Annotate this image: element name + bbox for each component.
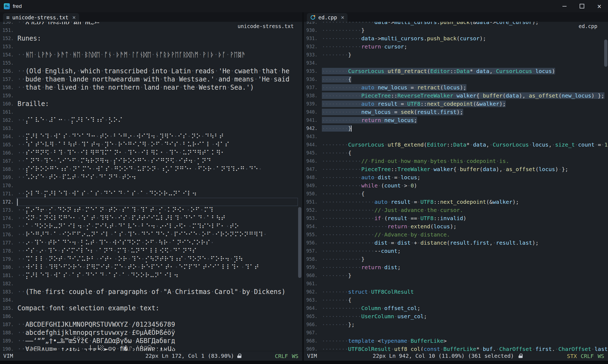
code-line[interactable]: 154.··ᚻᛖ·ᚳᚹᚫᚦ·ᚦᚫᛏ·ᚻᛖ·ᛒᚢᛞᛖ·ᚩᚾ·ᚦᚫᛗ·ᛚᚪᚾᛞᛖ·ᚾ… xyxy=(0,51,302,59)
code-line[interactable]: 952.················//·Just·advance·the·… xyxy=(304,206,608,214)
code-line[interactable]: 939.············auto·result·=·UTF8::next… xyxy=(304,100,608,108)
line-content[interactable]: ··–—‘“”„†•…‰™œŠŸž€·ΑΒΓΔΩαβγδω·АБВГДабвгд xyxy=(17,337,175,345)
code-line[interactable]: 949.············while·(count·>·0) xyxy=(304,181,608,190)
code-line[interactable]: 969.········UTF8ColResult·utf8_col(const… xyxy=(304,345,608,351)
code-line[interactable]: 188.··abcdefghijklmnopqrstuvwxyz·£©µÀÆÖÞ… xyxy=(0,329,302,337)
code-line[interactable]: 943. xyxy=(304,132,608,141)
scrollbar-thumb[interactable] xyxy=(298,207,301,278)
code-line[interactable]: 185.Compact·font·selection·example·text: xyxy=(0,304,302,312)
code-line[interactable]: 956.················dist·=·dist·+·distan… xyxy=(304,239,608,247)
code-line[interactable]: 940.············new_locus·=·seek(result.… xyxy=(304,108,608,116)
code-line[interactable]: 162.··⡌⠁⠧⠑·⠼⠁⠒··⡍⠜⠇⠑⠹⠰⠎·⡣⠕⠌ xyxy=(0,116,302,124)
line-content[interactable]: ············UserColumn·user_col; xyxy=(322,312,427,320)
code-line[interactable]: 153. xyxy=(0,43,302,51)
code-line[interactable]: 948.············auto·dist·=·locus; xyxy=(304,173,608,181)
tab-unicode-stress[interactable]: ≡ unicode-stress.txt × xyxy=(3,13,79,22)
line-content[interactable]: ··⠗⠑⠛⠜⠙·⠁·⠊⠕⠋⠋⠔⠤⠝⠁⠊⠇·⠁⠎·⠹⠑·⠙⠑⠁⠙⠑⠌·⠏⠊⠑⠊⠑·… xyxy=(17,230,267,239)
line-content[interactable]: ··ᚻᛖ·ᚳᚹᚫᚦ·ᚦᚫᛏ·ᚻᛖ·ᛒᚢᛞᛖ·ᚩᚾ·ᚦᚫᛗ·ᛚᚪᚾᛞᛖ·ᚾᚩᚱᚦᚹ… xyxy=(17,51,245,59)
code-line[interactable]: 966.········}; xyxy=(304,320,608,329)
code-line[interactable]: 177.··⠔·⠹⠑·⠞⠗⠁⠙⠑⠲·⡃⠥⠞·⠹⠑·⠺⠊⠎⠙⠕⠍·⠕⠋·⠳⠗·⠁⠝… xyxy=(0,239,302,247)
mode-indicator[interactable]: VIM xyxy=(3,351,13,361)
line-content[interactable]: ··ABCDEFGHIJKLMNOPQRSTUVWXYZ·/0123456789 xyxy=(17,320,175,329)
line-content[interactable]: ············{ xyxy=(322,190,365,198)
line-content[interactable]: ············//·Find·out·how·many·bytes·t… xyxy=(322,157,509,165)
code-line[interactable]: 170. xyxy=(0,181,302,190)
line-content[interactable]: Runes: xyxy=(17,34,41,43)
line-content[interactable]: ··(Old·English,·which·transcribed·into·L… xyxy=(17,67,289,75)
line-content[interactable]: ··⠔·⠹⠑·⠞⠗⠁⠙⠑⠲·⡃⠥⠞·⠹⠑·⠺⠊⠎⠙⠕⠍·⠕⠋·⠳⠗·⠁⠝⠊⠑⠌⠕… xyxy=(17,239,214,247)
line-content[interactable]: ················dist·=·dist·+·distance(r… xyxy=(322,239,539,247)
code-line[interactable]: 953.················if·(result·==·UTF8::… xyxy=(304,214,608,222)
code-line[interactable]: 933.········} xyxy=(304,51,608,59)
code-line[interactable]: 959.············return·dist; xyxy=(304,263,608,271)
code-line[interactable]: 166.··⠎⠊⠛⠝⠫·⠃⠹·⠹⠑·⠊⠇⠻⠛⠹⠍⠁⠝⠂·⠹⠑·⠊⠇⠻⠅⠂·⠹⠑·… xyxy=(0,149,302,157)
line-content[interactable]: ········{ xyxy=(322,149,351,157)
code-line[interactable]: 178.··⠊⠎·⠔·⠹⠑·⠎⠊⠍⠊⠇⠑⠆·⠁⠝⠙·⠍⠹·⠥⠝⠙⠁⠇⠇⠪⠫·⠙⠁… xyxy=(0,247,302,255)
code-line[interactable]: 947.············PieceTree::TreeWalker·wa… xyxy=(304,165,608,173)
code-line[interactable]: 187.··ABCDEFGHIJKLMNOPQRSTUVWXYZ·/012345… xyxy=(0,320,302,329)
tab-close-icon[interactable]: × xyxy=(341,15,345,20)
code-line[interactable]: 173.··⡍⠔⠙⠖·⡊·⠙⠕⠝⠰⠞·⠍⠑⠁⠝·⠞⠕·⠎⠁⠹·⠹⠁⠞·⡊·⠅⠝⠪… xyxy=(0,206,302,214)
code-line[interactable]: 955.················//·Advance·by·distan… xyxy=(304,230,608,239)
line-content[interactable]: ··⠁⠝⠙·⠹⠑·⠡⠊⠑⠋·⠍⠳⠗⠝⠻⠲·⡎⠊⠗⠕⠕⠛⠑·⠎⠊⠛⠝⠫·⠊⠞⠲·⡁… xyxy=(17,157,211,165)
line-content[interactable]: ············} xyxy=(322,255,365,263)
line-content[interactable]: ················//·Advance·by·distance. xyxy=(322,230,450,239)
code-line[interactable]: 160.Braille: xyxy=(0,100,302,108)
line-content[interactable]: ··⡌⠁⠧⠑·⠼⠁⠒··⡍⠜⠇⠑⠹⠰⠎·⡣⠕⠌ xyxy=(17,116,123,124)
line-content[interactable]: ················if·(result·==·UTF8::inva… xyxy=(322,214,466,222)
line-content[interactable]: ········{ xyxy=(322,296,351,304)
code-line[interactable]: 968.········template·<typename·BufferLik… xyxy=(304,337,608,345)
code-line[interactable]: 945.········{ xyxy=(304,149,608,157)
code-line[interactable]: 930.············} xyxy=(304,26,608,34)
code-line[interactable]: 951.················auto·result·=·UTF8::… xyxy=(304,198,608,206)
line-content[interactable]: ············PieceTree::ReverseTreeWalker… xyxy=(322,92,604,100)
line-content[interactable]: ········struct·UTF8ColResult xyxy=(322,288,414,296)
code-line[interactable]: 182. xyxy=(0,280,302,288)
line-content[interactable]: ············return·new_locus; xyxy=(322,116,417,124)
code-line[interactable]: 944.········CursorLocus·utf8_extend(Edit… xyxy=(304,141,608,149)
line-content[interactable]: ····················return·extend(locus)… xyxy=(322,222,457,230)
line-content[interactable]: ············return·dist; xyxy=(322,263,401,271)
code-line[interactable]: 186. xyxy=(0,312,302,320)
line-content[interactable]: ············auto·new_locus·=·retract(loc… xyxy=(322,83,466,92)
line-content[interactable]: ············while·(count·>·0) xyxy=(322,181,417,190)
code-line[interactable]: 965.············UserColumn·user_col; xyxy=(304,312,608,320)
line-content[interactable]: ··⡍⠜⠇⠑⠹·⠺⠁⠎·⠙⠑⠁⠙⠒·⠞⠕·⠃⠑⠛⠔·⠺⠊⠹⠲·⡹⠻⠑·⠊⠎·⠝⠕… xyxy=(17,132,224,141)
line-content[interactable]: ··⠊⠎·⠔·⠹⠑·⠎⠊⠍⠊⠇⠑⠆·⠁⠝⠙·⠍⠹·⠥⠝⠙⠁⠇⠇⠪⠫·⠙⠁⠝⠙⠎ xyxy=(17,247,197,255)
code-line[interactable]: 935.········CursorLocus·utf8_retract(Edi… xyxy=(304,67,608,75)
line-content[interactable]: ········template·<typename·BufferLike> xyxy=(322,337,447,345)
code-line[interactable]: 158.··that·he·lived·in·the·northern·land… xyxy=(0,83,302,92)
code-line[interactable]: 180.··⠺⠊⠇⠇·⠹⠻⠑⠋⠕⠗⠑·⠏⠻⠍⠊⠞·⠍⠑·⠞⠕·⠗⠑⠏⠑⠁⠞⠂·⠑… xyxy=(0,263,302,271)
code-line[interactable]: 169.··⠡⠕⠎⠑·⠞⠕·⠏⠥⠞·⠙⠊⠎·⠙⠁⠝⠙·⠞⠕⠲ xyxy=(0,173,302,181)
line-content[interactable]: ··እግርህን·በፍራሽህ·ልክ·ዘርጋ። xyxy=(17,22,99,26)
scrollbar-thumb[interactable] xyxy=(604,40,607,67)
code-line[interactable]: 957.················--count; xyxy=(304,247,608,255)
code-line[interactable]: 157.··bude·thaem·lande·northweardum·with… xyxy=(0,75,302,83)
code-line[interactable]: 175.··⠁·⠙⠕⠕⠗⠤⠝⠁⠊⠇⠲·⡊·⠍⠊⠣⠞·⠙⠁⠧⠑·⠃⠑⠲·⠔⠊⠇⠔⠫… xyxy=(0,222,302,230)
line-content[interactable]: ········{ xyxy=(322,75,351,83)
tab-ed-cpp[interactable]: ed.cpp × xyxy=(307,13,348,22)
line-content[interactable]: ··⠺⠊⠇⠇·⠹⠻⠑⠋⠕⠗⠑·⠏⠻⠍⠊⠞·⠍⠑·⠞⠕·⠗⠑⠏⠑⠁⠞⠂·⠑⠍⠏⠙⠁… xyxy=(17,263,259,271)
line-content[interactable]: ········CursorLocus·utf8_extend(Editor::… xyxy=(322,141,608,149)
code-line[interactable]: 936.········{ xyxy=(304,75,608,83)
code-line[interactable]: 155. xyxy=(0,59,302,67)
line-content[interactable]: Braille: xyxy=(17,100,49,108)
code-line[interactable]: 168.··⡎⠊⠗⠕⠕⠛⠑⠰⠎·⠝⠁⠍⠑·⠺⠁⠎·⠛⠕⠕⠙·⠥⠏⠕⠝·⠰⡡⠁⠝⠛… xyxy=(0,165,302,173)
status-flag-stx[interactable]: STX xyxy=(567,351,577,361)
code-line[interactable]: 156.··(Old·English,·which·transcribed·in… xyxy=(0,67,302,75)
line-content[interactable]: ············data->multi_cursors.push_bac… xyxy=(322,34,486,43)
code-line[interactable]: 183.··(The·first·couple·of·paragraphs·of… xyxy=(0,288,302,296)
line-content[interactable]: ················auto·result·=·UTF8::next… xyxy=(322,198,519,206)
mode-indicator[interactable]: VIM xyxy=(307,351,317,361)
code-line[interactable]: 946.············//·Find·out·how·many·byt… xyxy=(304,157,608,165)
line-content[interactable]: ············Column·offset_col; xyxy=(322,304,420,312)
status-flag-crlf[interactable]: CRLF xyxy=(275,351,288,361)
code-line[interactable]: 190.··∀∂∈ℝ∧∪≡∞·↑↗↨↻⇣·┐┼╔╘░►☺♀·ﬁ�⑀₂ἠḂӥẄɐː… xyxy=(0,345,302,351)
line-content[interactable]: ················data->multi_cursors.push… xyxy=(322,22,539,26)
line-content[interactable]: ··⡎⠊⠗⠕⠕⠛⠑⠰⠎·⠝⠁⠍⠑·⠺⠁⠎·⠛⠕⠕⠙·⠥⠏⠕⠝·⠰⡡⠁⠝⠛⠑⠂·⠋… xyxy=(17,165,262,173)
code-line[interactable]: 189.··–—‘“”„†•…‰™œŠŸž€·ΑΒΓΔΩαβγδω·АБВГДа… xyxy=(0,337,302,345)
line-content[interactable]: ··(The·first·couple·of·paragraphs·of·"A·… xyxy=(17,288,286,296)
code-line[interactable]: 954.····················return·extend(lo… xyxy=(304,222,608,230)
line-content[interactable]: ········} xyxy=(322,271,351,280)
code-line[interactable]: 172. xyxy=(0,198,302,206)
